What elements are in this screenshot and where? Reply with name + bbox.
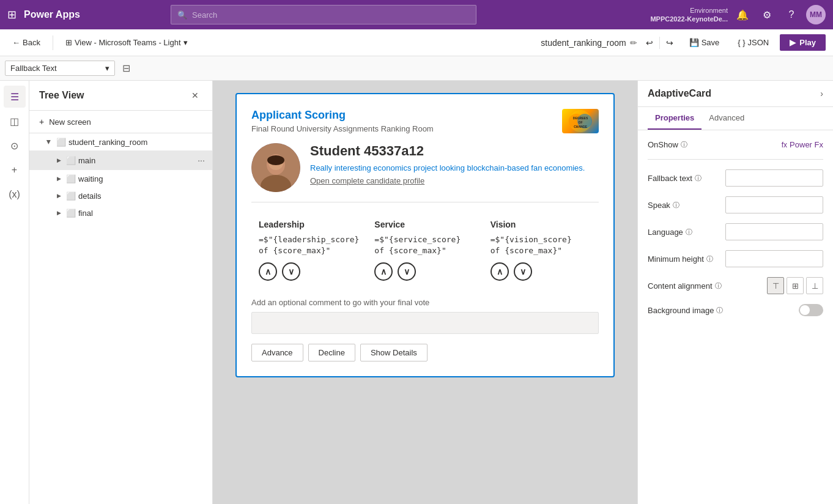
decline-button[interactable]: Decline: [308, 344, 355, 361]
profile-link[interactable]: Open complete candidate profile: [310, 176, 599, 185]
adaptive-card-preview: Applicant Scoring Final Round University…: [235, 93, 615, 377]
chevron-down-icon: ▾: [183, 38, 188, 47]
align-bottom-button[interactable]: ⊥: [806, 277, 823, 294]
waiting-expand-button[interactable]: ▶: [54, 174, 64, 183]
score-up-vision[interactable]: ∧: [491, 262, 509, 281]
tab-advanced[interactable]: Advanced: [702, 107, 752, 130]
property-content-align: Content alignment ⓘ ⊤ ⊞ ⊥: [648, 277, 823, 294]
right-panel-content: OnShow ⓘ fx Power Fx Fallback text ⓘ: [638, 130, 833, 504]
top-nav-right: Environment MPPC2022-KeynoteDe... 🔔 ⚙ ? …: [650, 5, 826, 24]
final-expand-button[interactable]: ▶: [54, 208, 64, 218]
score-col-leadership: Leadership =$"{leadership_score}of {scor…: [251, 215, 367, 286]
tree-item-waiting[interactable]: ▶ ⬜ waiting: [29, 170, 212, 187]
screen-dropdown[interactable]: Fallback Text ▾: [5, 61, 115, 76]
student-name: Student 45337a12: [310, 143, 599, 159]
fx-icon: fx: [782, 141, 787, 149]
json-icon: { }: [738, 38, 745, 47]
right-panel-expand-button[interactable]: ›: [820, 89, 823, 98]
right-panel: AdaptiveCard › Properties Advanced OnSho…: [637, 81, 833, 504]
score-down-vision[interactable]: ∨: [514, 262, 532, 281]
root-expand-button[interactable]: ▶: [44, 137, 54, 147]
show-details-button[interactable]: Show Details: [360, 344, 428, 361]
save-button[interactable]: 💾 Save: [682, 35, 727, 50]
score-controls-leadership: ∧ ∨: [259, 262, 360, 281]
environment-info: Environment MPPC2022-KeynoteDe...: [650, 6, 728, 24]
bg-image-toggle[interactable]: [799, 304, 823, 316]
new-screen-item[interactable]: + New screen: [29, 111, 212, 133]
tab-properties[interactable]: Properties: [648, 107, 702, 130]
layout-toggle-button[interactable]: ⊟: [117, 60, 135, 77]
score-value-vision: =$"{vision_score}of {score_max}": [491, 234, 591, 256]
min-height-info-icon[interactable]: ⓘ: [706, 254, 713, 264]
comment-input[interactable]: [251, 312, 599, 334]
language-label: Language ⓘ: [648, 228, 692, 237]
user-avatar[interactable]: MM: [806, 5, 826, 24]
content-align-group: ⊤ ⊞ ⊥: [767, 277, 823, 294]
on-show-info-icon[interactable]: ⓘ: [681, 140, 687, 149]
search-bar[interactable]: 🔍: [171, 5, 476, 24]
play-icon: ▶: [790, 38, 796, 47]
sidebar-plus-icon[interactable]: +: [4, 159, 26, 181]
svg-text:OF: OF: [578, 120, 582, 124]
score-label-leadership: Leadership: [259, 220, 360, 229]
undo-button[interactable]: ↩: [641, 34, 658, 51]
json-button[interactable]: { } JSON: [730, 35, 776, 50]
play-button[interactable]: ▶ Play: [780, 34, 826, 51]
fallback-label: Fallback text ⓘ: [648, 174, 702, 183]
content-align-info-icon[interactable]: ⓘ: [715, 281, 722, 291]
view-icon: ⊞: [65, 38, 72, 47]
score-up-leadership[interactable]: ∧: [259, 262, 277, 281]
secondary-toolbar: Fallback Text ▾ ⊟: [0, 56, 833, 81]
right-panel-title: AdaptiveCard: [648, 88, 711, 99]
language-info-icon[interactable]: ⓘ: [686, 228, 692, 237]
card-avatar: [251, 143, 300, 192]
grid-icon[interactable]: ⊞: [7, 8, 17, 21]
min-height-input[interactable]: [725, 250, 823, 267]
fallback-text-input[interactable]: [725, 169, 823, 187]
tree-item-main[interactable]: ▶ ⬜ main ···: [29, 150, 212, 170]
sidebar-menu-icon[interactable]: ☰: [4, 86, 26, 108]
tree-close-button[interactable]: ✕: [188, 88, 202, 103]
language-input[interactable]: [725, 223, 823, 240]
score-col-vision: Vision =$"{vision_score}of {score_max}" …: [483, 215, 599, 286]
advance-button[interactable]: Advance: [251, 344, 303, 361]
tree-item-root[interactable]: ▶ ⬜ student_ranking_room: [29, 133, 212, 150]
score-down-service[interactable]: ∨: [398, 262, 416, 281]
help-button[interactable]: ?: [782, 5, 801, 24]
settings-button[interactable]: ⚙: [757, 5, 777, 24]
tree-item-final[interactable]: ▶ ⬜ final: [29, 204, 212, 221]
fallback-info-icon[interactable]: ⓘ: [695, 174, 702, 183]
align-middle-button[interactable]: ⊞: [787, 277, 804, 294]
align-top-button[interactable]: ⊤: [767, 277, 784, 294]
back-button[interactable]: ← Back: [7, 35, 45, 50]
score-label-service: Service: [374, 220, 475, 229]
canvas-area[interactable]: Applicant Scoring Final Round University…: [213, 81, 637, 504]
view-dropdown[interactable]: ⊞ View - Microsoft Teams - Light ▾: [61, 35, 193, 50]
main-more-button[interactable]: ···: [195, 154, 207, 166]
svg-point-10: [267, 155, 284, 165]
search-input[interactable]: [192, 10, 470, 20]
speak-input[interactable]: [725, 196, 823, 213]
notifications-button[interactable]: 🔔: [733, 5, 752, 24]
tree-item-details[interactable]: ▶ ⬜ details: [29, 187, 212, 204]
sidebar-layers-icon[interactable]: ◫: [4, 110, 26, 132]
right-panel-tabs: Properties Advanced: [638, 107, 833, 130]
sidebar-data-icon[interactable]: ⊙: [4, 135, 26, 157]
bg-image-info-icon[interactable]: ⓘ: [716, 306, 723, 315]
undo-redo-group: ↩ ↪: [641, 34, 678, 51]
redo-button[interactable]: ↪: [661, 34, 678, 51]
score-down-leadership[interactable]: ∨: [282, 262, 300, 281]
property-min-height: Minimum height ⓘ: [648, 250, 823, 267]
edit-icon[interactable]: ✏: [630, 38, 637, 48]
svg-text:DEGREES: DEGREES: [572, 116, 588, 120]
score-up-service[interactable]: ∧: [374, 262, 393, 281]
sidebar-variable-icon[interactable]: (x): [4, 183, 26, 206]
left-sidebar: ☰ ◫ ⊙ + (x): [0, 81, 29, 504]
on-show-value[interactable]: fx Power Fx: [782, 140, 823, 149]
on-show-label: OnShow ⓘ: [648, 140, 687, 149]
toolbar-right: student_ranking_room ✏ ↩ ↪ 💾 Save { } JS…: [541, 34, 826, 51]
details-expand-button[interactable]: ▶: [54, 191, 64, 201]
main-expand-button[interactable]: ▶: [54, 155, 64, 165]
property-language: Language ⓘ: [648, 223, 823, 240]
speak-info-icon[interactable]: ⓘ: [673, 201, 679, 210]
